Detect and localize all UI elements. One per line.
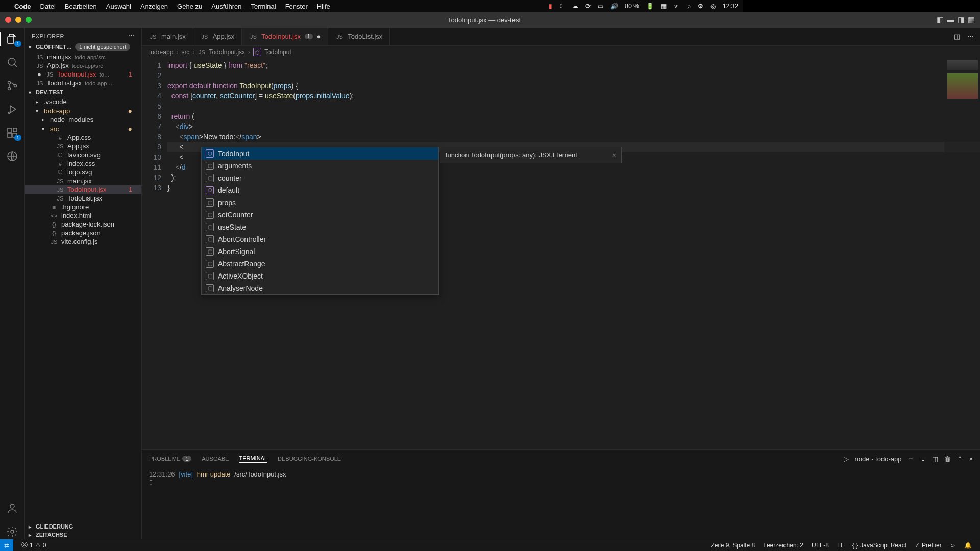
window-title: TodoInput.jsx — dev-test — [32, 16, 743, 24]
tree-item[interactable]: ▾src● — [24, 124, 141, 133]
close-icon[interactable]: × — [612, 151, 616, 160]
menu-window[interactable]: Fenster — [285, 3, 308, 10]
menu-file[interactable]: Datei — [40, 3, 56, 10]
activity-search-icon[interactable] — [5, 55, 19, 69]
tree-item[interactable]: ⬡favicon.svg — [24, 151, 141, 159]
suggest-item[interactable]: ▢props — [202, 196, 438, 209]
explorer-more-icon[interactable]: ⋯ — [129, 33, 135, 39]
menu-selection[interactable]: Auswahl — [106, 3, 131, 10]
activity-extensions-icon[interactable]: 1 — [5, 126, 19, 140]
menubar-control-center-icon[interactable]: ⚙ — [698, 3, 703, 10]
line-gutter: 12345678910111213 — [142, 58, 167, 416]
tree-item[interactable]: ▸.vscode — [24, 97, 141, 106]
tree-item[interactable]: ▾todo-app● — [24, 106, 141, 115]
suggest-item[interactable]: ▢AbortSignal — [202, 245, 438, 258]
explorer-sidebar: EXPLORER ⋯ GEÖFFNET… 1 nicht gespeichert… — [24, 28, 142, 416]
menubar-sync-icon[interactable]: ⟳ — [585, 3, 591, 10]
menu-run[interactable]: Ausführen — [211, 3, 241, 10]
open-editor-item[interactable]: ●JSTodoInput.jsx to…1 — [24, 70, 141, 79]
code-content[interactable]: import { useState } from "react";export … — [167, 58, 743, 416]
tree-item[interactable]: JSApp.jsx — [24, 142, 141, 151]
suggest-item[interactable]: ▢AbortController — [202, 233, 438, 245]
activity-explorer-icon[interactable]: 1 — [5, 32, 19, 46]
tab-app[interactable]: JSApp.jsx — [193, 28, 242, 45]
svg-point-5 — [8, 112, 10, 114]
close-window-icon[interactable] — [5, 17, 11, 23]
suggest-item[interactable]: ▢arguments — [202, 160, 438, 172]
suggest-item[interactable]: ▢useState — [202, 221, 438, 233]
menubar-cloud-icon[interactable]: ☁ — [572, 3, 578, 10]
tree-item[interactable]: #App.css — [24, 133, 141, 142]
suggest-widget[interactable]: ⬡TodoInput▢arguments▢counter⬡default▢pro… — [201, 147, 439, 295]
breadcrumb[interactable]: todo-app› src› JSTodoInput.jsx› ⬡TodoInp… — [142, 46, 743, 58]
file-tree: ▸.vscode▾todo-app●▸node_modules▾src●#App… — [24, 96, 141, 247]
menu-terminal[interactable]: Terminal — [251, 3, 276, 10]
open-editors-section[interactable]: GEÖFFNET… 1 nicht gespeichert — [24, 42, 141, 52]
tree-item[interactable]: ▸node_modules — [24, 115, 141, 124]
code-editor[interactable]: 12345678910111213 import { useState } fr… — [142, 58, 743, 416]
tree-item[interactable]: #index.css — [24, 159, 141, 168]
menubar-search-icon[interactable]: ⌕ — [687, 3, 691, 10]
menubar-app1-icon[interactable]: ▦ — [661, 3, 667, 10]
editor-tabs: JSmain.jsx JSApp.jsx JSTodoInput.jsx1● J… — [142, 28, 743, 46]
tree-item[interactable]: JSTodoList.jsx — [24, 194, 141, 203]
menubar-clock[interactable]: 12:32 — [723, 3, 738, 10]
workspace-section[interactable]: DEV-TEST — [24, 88, 141, 96]
activity-run-debug-icon[interactable] — [5, 102, 19, 116]
menu-go[interactable]: Gehe zu — [177, 3, 202, 10]
tab-main[interactable]: JSmain.jsx — [142, 28, 193, 45]
maximize-window-icon[interactable] — [26, 17, 32, 23]
tree-item[interactable]: {}package.json — [24, 229, 141, 237]
open-editor-item[interactable]: JSApp.jsx todo-app/src — [24, 61, 141, 70]
minimize-window-icon[interactable] — [15, 17, 21, 23]
menubar-display-icon[interactable]: ▭ — [598, 3, 603, 10]
menu-view[interactable]: Anzeigen — [140, 3, 168, 10]
svg-point-3 — [8, 88, 10, 90]
menubar-moon-icon[interactable]: ☾ — [559, 3, 565, 10]
svg-point-1 — [8, 58, 15, 65]
svg-point-4 — [14, 85, 16, 87]
activity-source-control-icon[interactable] — [5, 79, 19, 93]
tree-item[interactable]: ⬡logo.svg — [24, 168, 141, 177]
tree-item[interactable]: ≡.hgignore — [24, 203, 141, 211]
tree-item[interactable]: {}package-lock.json — [24, 220, 141, 229]
suggest-doc: × function TodoInput(props: any): JSX.El… — [440, 147, 622, 163]
suggest-item[interactable]: ⬡TodoInput — [202, 147, 438, 160]
menubar-battery-icon[interactable]: 🔋 — [646, 3, 654, 10]
svg-rect-0 — [8, 37, 14, 43]
menubar-wifi-icon[interactable]: ᯤ — [674, 3, 680, 10]
menubar-siri-icon[interactable]: ◎ — [710, 3, 716, 10]
explorer-title: EXPLORER — [32, 33, 64, 39]
suggest-item[interactable]: ▢AbstractRange — [202, 258, 438, 270]
editor-area: JSmain.jsx JSApp.jsx JSTodoInput.jsx1● J… — [142, 28, 743, 416]
tree-item[interactable]: JSvite.config.js — [24, 237, 141, 246]
tree-item[interactable]: <>index.html — [24, 211, 141, 220]
tab-todoinput[interactable]: JSTodoInput.jsx1● — [242, 28, 328, 45]
menu-edit[interactable]: Bearbeiten — [65, 3, 97, 10]
tab-todolist[interactable]: JSTodoList.jsx — [328, 28, 390, 45]
menu-help[interactable]: Hilfe — [317, 3, 330, 10]
explorer-badge: 1 — [14, 41, 21, 47]
menubar-record-icon[interactable]: ▮ — [549, 3, 552, 10]
suggest-item[interactable]: ⬡default — [202, 184, 438, 196]
svg-rect-6 — [8, 128, 12, 132]
traffic-lights[interactable] — [5, 17, 32, 23]
app-name[interactable]: Code — [14, 3, 31, 10]
tree-item[interactable]: JSmain.jsx — [24, 177, 141, 185]
open-editor-item[interactable]: JSmain.jsx todo-app/src — [24, 53, 141, 61]
open-editors-list: JSmain.jsx todo-app/src JSApp.jsx todo-a… — [24, 52, 141, 88]
suggest-item[interactable]: ▢setCounter — [202, 209, 438, 221]
menubar-battery-pct[interactable]: 80 % — [625, 3, 639, 10]
menubar-volume-icon[interactable]: 🔊 — [610, 3, 618, 10]
svg-point-2 — [8, 82, 10, 84]
vscode-window: TodoInput.jsx — dev-test ◧ ▬ ◨ ▦ 1 — [0, 12, 743, 416]
extensions-badge: 1 — [14, 135, 21, 141]
tree-item[interactable]: JSTodoInput.jsx1 — [24, 185, 141, 194]
activity-remote-icon[interactable] — [5, 149, 19, 163]
suggest-item[interactable]: ▢ActiveXObject — [202, 270, 438, 282]
window-titlebar: TodoInput.jsx — dev-test ◧ ▬ ◨ ▦ — [0, 12, 743, 28]
open-editor-item[interactable]: JSTodoList.jsx todo-app… — [24, 79, 141, 87]
suggest-item[interactable]: ▢AnalyserNode — [202, 282, 438, 294]
suggest-item[interactable]: ▢counter — [202, 172, 438, 184]
unsaved-pill: 1 nicht gespeichert — [75, 43, 130, 51]
